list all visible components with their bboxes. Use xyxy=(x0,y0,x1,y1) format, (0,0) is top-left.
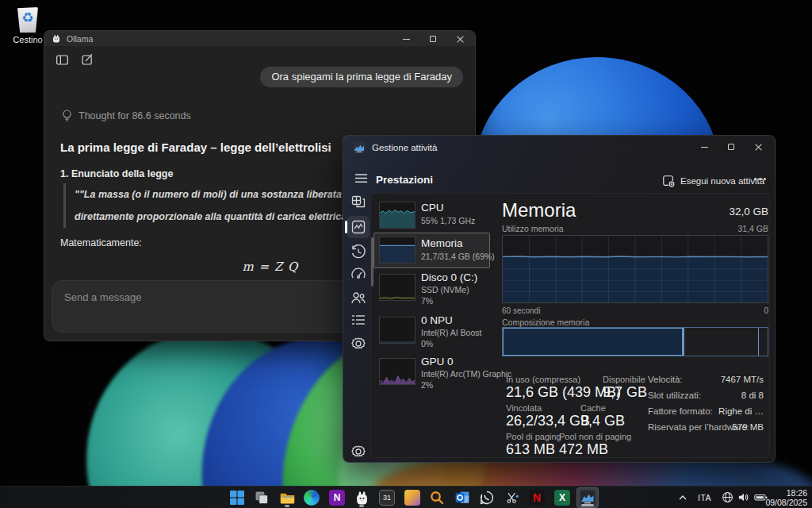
calendar-button[interactable]: 31 xyxy=(376,487,398,508)
whatsapp-icon xyxy=(479,490,495,506)
speed-value: 7467 MT/s xyxy=(692,375,764,384)
processes-icon[interactable] xyxy=(350,194,366,210)
edge-icon xyxy=(304,490,320,506)
start-button[interactable] xyxy=(226,487,248,508)
performance-icon[interactable] xyxy=(350,219,366,235)
task-manager-taskbar-button[interactable] xyxy=(576,487,599,508)
ollama-maximize-button[interactable] xyxy=(419,32,446,46)
speed-label: Velocità: xyxy=(648,375,682,384)
snipping-tool-icon xyxy=(504,490,520,506)
more-options-icon[interactable] xyxy=(754,178,766,180)
clock[interactable]: 18:26 09/08/2025 xyxy=(750,489,807,507)
volume-icon[interactable] xyxy=(737,491,749,503)
message-input-placeholder: Send a message xyxy=(64,291,142,303)
memory-usage-chart xyxy=(502,235,768,303)
app-history-icon[interactable] xyxy=(350,244,366,260)
paged-pool-label: Pool di paging xyxy=(506,432,561,441)
answer-heading: La prima legge di Faraday – legge dell’e… xyxy=(60,140,331,154)
cached-value: 9,4 GB xyxy=(580,413,625,429)
task-manager-taskbar-icon xyxy=(580,490,596,506)
onenote-icon: N xyxy=(329,490,345,506)
hw-reserved-value: 579 MB xyxy=(692,422,764,432)
task-manager-window-title: Gestione attività xyxy=(372,143,437,152)
snipping-tool-button[interactable] xyxy=(501,487,523,508)
desktop: ♻ Cestino Ollama Ora spiegami la prima l… xyxy=(0,0,812,508)
memory-total: 32,0 GB xyxy=(676,206,768,217)
recycle-bin-icon: ♻ xyxy=(14,6,41,33)
calendar-day-number: 31 xyxy=(383,494,391,502)
file-explorer-icon xyxy=(279,490,296,506)
excel-button[interactable]: X xyxy=(551,487,573,508)
outlook-button[interactable] xyxy=(451,487,473,508)
paged-pool-value: 613 MB xyxy=(506,441,555,458)
network-globe-icon[interactable] xyxy=(722,491,733,503)
slots-value: 8 di 8 xyxy=(692,391,764,400)
run-new-task-button[interactable]: Esegui nuova attività xyxy=(657,171,769,191)
run-new-task-label: Esegui nuova attività xyxy=(680,176,764,186)
lightbulb-icon xyxy=(62,110,72,121)
available-value: 9,7 GB xyxy=(603,384,647,401)
settings-icon[interactable] xyxy=(350,444,366,460)
form-factor-value: Righe di … xyxy=(692,406,764,416)
designer-icon xyxy=(404,490,420,506)
users-icon[interactable] xyxy=(350,290,366,306)
windows-start-icon xyxy=(229,490,245,506)
gpu-thumbnail-chart xyxy=(379,358,416,385)
file-explorer-button[interactable] xyxy=(276,487,298,508)
non-paged-pool-value: 472 MB xyxy=(559,441,608,458)
tm-menu-icon[interactable] xyxy=(354,173,368,183)
math-intro-text: Matematicamente: xyxy=(60,237,142,248)
ollama-minimize-button[interactable] xyxy=(393,32,419,46)
services-icon[interactable] xyxy=(350,336,366,352)
task-manager-active-indicator xyxy=(581,504,594,506)
edge-button[interactable] xyxy=(301,487,323,508)
onenote-letter: N xyxy=(334,492,341,503)
calendar-icon: 31 xyxy=(379,490,395,506)
tm-maximize-button[interactable] xyxy=(718,140,745,154)
startup-apps-icon[interactable] xyxy=(350,267,366,283)
excel-letter: X xyxy=(559,492,565,503)
new-chat-icon[interactable] xyxy=(81,53,94,67)
time-axis-label: 60 secondi xyxy=(502,306,540,315)
new-task-icon xyxy=(662,175,675,187)
thought-status-text: Thought for 86.6 seconds xyxy=(79,110,191,121)
ollama-taskbar-button[interactable] xyxy=(350,487,373,508)
netflix-letter: N xyxy=(533,491,541,504)
user-message-bubble: Ora spiegami la prima legge di Faraday xyxy=(260,67,463,87)
netflix-button[interactable]: N xyxy=(526,487,548,508)
committed-value: 26,2/33,4 GB xyxy=(506,413,590,429)
tm-minimize-button[interactable] xyxy=(691,140,718,154)
tray-chevron-icon[interactable] xyxy=(678,494,688,502)
onenote-button[interactable]: N xyxy=(326,487,348,508)
outlook-icon xyxy=(454,490,470,506)
cpu-thumbnail-chart xyxy=(379,202,416,229)
memory-composition-bar xyxy=(502,327,768,356)
composition-divider xyxy=(758,328,759,356)
disk-thumbnail-chart xyxy=(379,274,416,301)
tm-close-button[interactable] xyxy=(745,140,772,154)
task-view-button[interactable] xyxy=(251,487,273,508)
taskbar: N 31 xyxy=(0,486,812,508)
ollama-taskbar-icon xyxy=(354,491,370,506)
whatsapp-button[interactable] xyxy=(476,487,498,508)
page-title: Prestazioni xyxy=(376,174,433,186)
ollama-titlebar[interactable]: Ollama xyxy=(44,31,475,46)
ollama-window-title: Ollama xyxy=(67,34,93,44)
thought-status[interactable]: Thought for 86.6 seconds xyxy=(62,110,191,121)
language-indicator[interactable]: ITA xyxy=(698,493,711,502)
rail-selected-indicator xyxy=(345,221,347,233)
task-manager-app-icon xyxy=(353,141,366,154)
ollama-app-icon xyxy=(52,34,61,44)
search-button[interactable] xyxy=(426,487,448,508)
clock-date: 09/08/2025 xyxy=(750,498,807,508)
memory-panel-title: Memoria xyxy=(502,199,576,221)
available-label: Disponibile xyxy=(603,375,645,384)
ollama-close-button[interactable] xyxy=(446,32,473,46)
details-icon[interactable] xyxy=(350,313,366,329)
sidebar-toggle-icon[interactable] xyxy=(56,53,69,67)
usage-chart-max: 31,4 GB xyxy=(676,224,768,233)
designer-button[interactable] xyxy=(401,487,423,508)
cached-label: Cache xyxy=(580,403,606,413)
ollama-open-indicator xyxy=(359,505,364,507)
excel-icon: X xyxy=(554,490,570,506)
